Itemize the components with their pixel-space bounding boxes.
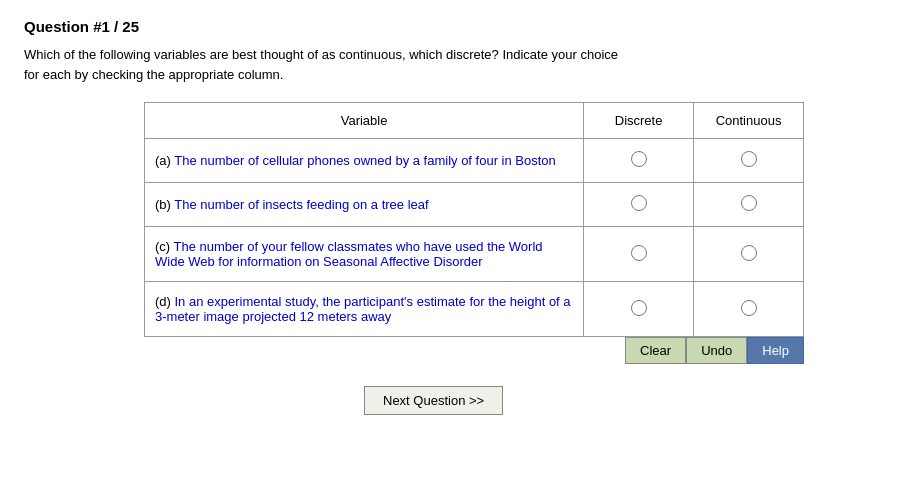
radio-a-discrete-cell <box>584 139 694 183</box>
radio-b-continuous[interactable] <box>741 195 757 211</box>
undo-button[interactable]: Undo <box>686 337 747 364</box>
col-header-discrete: Discrete <box>584 103 694 139</box>
table-row: (b) The number of insects feeding on a t… <box>145 183 804 227</box>
radio-a-continuous[interactable] <box>741 151 757 167</box>
variable-d: (d) In an experimental study, the partic… <box>145 282 584 337</box>
next-button-container: Next Question >> <box>364 386 889 415</box>
radio-a-continuous-cell <box>694 139 804 183</box>
radio-d-continuous-cell <box>694 282 804 337</box>
radio-b-continuous-cell <box>694 183 804 227</box>
table-container: Variable Discrete Continuous (a) The num… <box>144 102 829 364</box>
row-a-prefix: (a) <box>155 153 174 168</box>
row-d-text: In an experimental study, the participan… <box>155 294 571 324</box>
row-b-prefix: (b) <box>155 197 174 212</box>
table-row: (d) In an experimental study, the partic… <box>145 282 804 337</box>
action-button-row: Clear Undo Help <box>144 337 804 364</box>
radio-c-continuous-cell <box>694 227 804 282</box>
table-row: (c) The number of your fellow classmates… <box>145 227 804 282</box>
variable-a: (a) The number of cellular phones owned … <box>145 139 584 183</box>
variable-c: (c) The number of your fellow classmates… <box>145 227 584 282</box>
row-a-text: The number of cellular phones owned by a… <box>174 153 556 168</box>
col-header-continuous: Continuous <box>694 103 804 139</box>
radio-d-discrete-cell <box>584 282 694 337</box>
next-question-button[interactable]: Next Question >> <box>364 386 503 415</box>
question-text-line1: Which of the following variables are bes… <box>24 47 618 62</box>
radio-d-discrete[interactable] <box>631 300 647 316</box>
row-b-text: The number of insects feeding on a tree … <box>174 197 428 212</box>
clear-button[interactable]: Clear <box>625 337 686 364</box>
row-c-text: The number of your fellow classmates who… <box>155 239 543 269</box>
variable-b: (b) The number of insects feeding on a t… <box>145 183 584 227</box>
radio-b-discrete-cell <box>584 183 694 227</box>
radio-c-continuous[interactable] <box>741 245 757 261</box>
radio-d-continuous[interactable] <box>741 300 757 316</box>
row-c-prefix: (c) <box>155 239 174 254</box>
row-d-prefix: (d) <box>155 294 175 309</box>
radio-c-discrete[interactable] <box>631 245 647 261</box>
help-button[interactable]: Help <box>747 337 804 364</box>
radio-a-discrete[interactable] <box>631 151 647 167</box>
question-text: Which of the following variables are bes… <box>24 45 724 84</box>
radio-c-discrete-cell <box>584 227 694 282</box>
question-header: Question #1 / 25 <box>24 18 889 35</box>
question-text-line2: for each by checking the appropriate col… <box>24 67 283 82</box>
radio-b-discrete[interactable] <box>631 195 647 211</box>
col-header-variable: Variable <box>145 103 584 139</box>
table-row: (a) The number of cellular phones owned … <box>145 139 804 183</box>
variable-table: Variable Discrete Continuous (a) The num… <box>144 102 804 337</box>
